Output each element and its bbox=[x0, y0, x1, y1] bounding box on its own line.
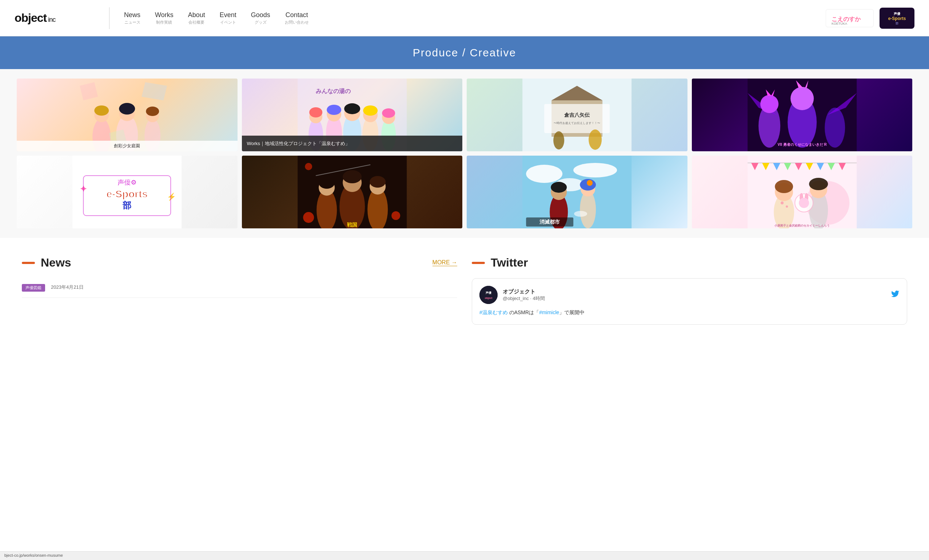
svg-point-51 bbox=[790, 87, 814, 110]
twitter-header: Twitter bbox=[472, 256, 907, 269]
twitter-hashtag-1[interactable]: #温泉むすめ bbox=[480, 309, 508, 315]
work-card-4[interactable]: VII 勇者のくせになまいきだ R bbox=[692, 78, 913, 151]
bottom-section: News MORE → 声優図鑑 2023年4月21日 Twitter 声優 o… bbox=[0, 238, 929, 343]
svg-point-108 bbox=[786, 205, 788, 208]
svg-text:e-Sports: e-Sports bbox=[888, 16, 906, 21]
work-card-2[interactable]: みんなの湯の Works｜地域活性化プロジェクト「温泉むすめ」 bbox=[242, 78, 463, 151]
svg-point-76 bbox=[305, 163, 312, 170]
esports-header-logo[interactable]: 声優 e-Sports 部 bbox=[880, 8, 914, 29]
svg-text:部: 部 bbox=[895, 22, 898, 25]
site-header: objectinc News ニュース Works 制作実績 About 会社概… bbox=[0, 0, 929, 36]
svg-point-71 bbox=[369, 176, 386, 188]
svg-point-106 bbox=[775, 180, 793, 193]
twitter-card-header: 声優 object オブジェクト @object_inc · 4時間 bbox=[480, 286, 900, 304]
svg-text:⚡: ⚡ bbox=[167, 192, 176, 201]
svg-text:倉吉八矢伝: 倉吉八矢伝 bbox=[564, 112, 590, 118]
svg-point-80 bbox=[573, 163, 617, 177]
koe-logo-svg: こえのすか KOETUKA bbox=[830, 11, 870, 26]
koe-logo[interactable]: こえのすか KOETUKA bbox=[826, 9, 874, 27]
twitter-avatar: 声優 object bbox=[480, 286, 498, 304]
news-title: News bbox=[41, 256, 71, 269]
esports-logo-svg: 声優 e-Sports 部 bbox=[883, 9, 912, 27]
news-date: 2023年4月21日 bbox=[51, 284, 84, 291]
work-card-1[interactable]: 創彩少女庭園 bbox=[17, 78, 238, 151]
twitter-bird-icon[interactable] bbox=[891, 289, 900, 300]
svg-text:KOETUKA: KOETUKA bbox=[831, 22, 847, 26]
nav-item-about[interactable]: About 会社概要 bbox=[188, 11, 205, 25]
nav-item-news[interactable]: News ニュース bbox=[124, 11, 140, 25]
svg-point-45 bbox=[825, 108, 845, 148]
avatar-svg: 声優 object bbox=[480, 286, 498, 304]
work-card-1-illustration bbox=[17, 78, 238, 151]
svg-point-75 bbox=[391, 211, 400, 220]
svg-text:声優⚙: 声優⚙ bbox=[118, 179, 136, 186]
twitter-header-bar bbox=[472, 262, 485, 264]
work-card-3[interactable]: 倉吉八矢伝 〜時代を超えてお伝えします！！〜 bbox=[467, 78, 687, 151]
news-badge: 声優図鑑 bbox=[22, 284, 45, 292]
logo-area: objectinc bbox=[15, 11, 95, 25]
svg-text:object: object bbox=[485, 297, 492, 300]
work-card-5-illustration: ✦ ⚡ 声優⚙ e-Sports 部 bbox=[17, 156, 238, 228]
twitter-hashtag-2[interactable]: #mimicle bbox=[539, 309, 559, 315]
work-card-8[interactable]: 小原莉子と金沢絵莉のセカイミーしんらう bbox=[692, 156, 913, 228]
svg-point-29 bbox=[327, 105, 341, 115]
work-card-7-illustration: 消滅都市 bbox=[467, 156, 687, 228]
twitter-name: オブジェクト bbox=[503, 288, 545, 295]
svg-point-11 bbox=[94, 106, 109, 116]
work-card-3-illustration: 倉吉八矢伝 〜時代を超えてお伝えします！！〜 bbox=[467, 78, 687, 151]
svg-text:声優: 声優 bbox=[486, 291, 492, 295]
svg-point-40 bbox=[553, 131, 564, 150]
works-grid: 創彩少女庭園 bbox=[0, 69, 929, 238]
svg-text:部: 部 bbox=[123, 200, 131, 210]
svg-point-111 bbox=[809, 178, 828, 190]
svg-text:〜時代を超えてお伝えします！！〜: 〜時代を超えてお伝えします！！〜 bbox=[553, 121, 600, 125]
work-card-4-illustration: VII 勇者のくせになまいきだ R bbox=[692, 78, 913, 151]
svg-point-13 bbox=[146, 107, 159, 116]
svg-point-84 bbox=[551, 182, 567, 193]
twitter-tweet-text: #温泉むすめ のASMRは「#mimicle」で展開中 bbox=[480, 308, 900, 317]
svg-point-115 bbox=[799, 198, 809, 208]
svg-rect-117 bbox=[480, 286, 498, 304]
twitter-section: Twitter 声優 object オブジェクト @object_inc · 4… bbox=[472, 256, 907, 325]
work-card-7[interactable]: 消滅都市 bbox=[467, 156, 687, 228]
svg-point-88 bbox=[587, 180, 593, 186]
twitter-handle: @object_inc · 4時間 bbox=[503, 295, 545, 302]
svg-point-107 bbox=[780, 202, 783, 204]
svg-text:e-Sports: e-Sports bbox=[106, 188, 148, 200]
nav-item-contact[interactable]: Contact お問い合わせ bbox=[285, 11, 309, 25]
news-item-1[interactable]: 声優図鑑 2023年4月21日 bbox=[22, 278, 457, 298]
svg-point-89 bbox=[574, 211, 587, 217]
work-card-6[interactable]: 戦国 bbox=[242, 156, 463, 228]
hero-banner: Produce / Creative bbox=[0, 36, 929, 69]
svg-marker-14 bbox=[80, 82, 98, 100]
svg-text:小原莉子と金沢絵莉のセカイミーしんらう: 小原莉子と金沢絵莉のセカイミーしんらう bbox=[774, 224, 830, 227]
svg-point-67 bbox=[319, 177, 335, 189]
svg-marker-15 bbox=[141, 82, 167, 100]
svg-point-30 bbox=[344, 103, 360, 114]
twitter-account-info: オブジェクト @object_inc · 4時間 bbox=[503, 288, 545, 302]
news-more-link[interactable]: MORE → bbox=[432, 259, 457, 266]
svg-point-74 bbox=[303, 212, 314, 223]
hero-title: Produce / Creative bbox=[413, 47, 516, 58]
svg-point-48 bbox=[760, 95, 779, 113]
svg-text:みんなの湯の: みんなの湯の bbox=[316, 88, 351, 94]
svg-point-28 bbox=[309, 107, 322, 118]
work-card-8-illustration: 小原莉子と金沢絵莉のセカイミーしんらう bbox=[692, 156, 913, 228]
svg-point-41 bbox=[589, 130, 602, 150]
site-logo[interactable]: objectinc bbox=[15, 11, 55, 25]
nav-item-goods[interactable]: Goods グッズ bbox=[251, 11, 270, 25]
svg-text:声優: 声優 bbox=[894, 12, 901, 15]
nav-item-event[interactable]: Event イベント bbox=[220, 11, 236, 25]
twitter-title: Twitter bbox=[491, 256, 528, 269]
news-header: News MORE → bbox=[22, 256, 457, 269]
work-card-5[interactable]: ✦ ⚡ 声優⚙ e-Sports 部 bbox=[17, 156, 238, 228]
svg-text:VII 勇者のくせになまいきだ R: VII 勇者のくせになまいきだ R bbox=[777, 142, 827, 147]
svg-rect-37 bbox=[544, 104, 610, 133]
svg-text:消滅都市: 消滅都市 bbox=[540, 219, 560, 225]
svg-point-31 bbox=[363, 106, 377, 116]
twitter-card: 声優 object オブジェクト @object_inc · 4時間 #温泉むす… bbox=[472, 278, 907, 325]
nav-item-works[interactable]: Works 制作実績 bbox=[155, 11, 173, 25]
work-card-2-overlay: Works｜地域活性化プロジェクト「温泉むすめ」 bbox=[242, 136, 463, 151]
svg-text:戦国: 戦国 bbox=[346, 222, 357, 228]
main-nav: News ニュース Works 制作実績 About 会社概要 Event イベ… bbox=[124, 11, 819, 25]
